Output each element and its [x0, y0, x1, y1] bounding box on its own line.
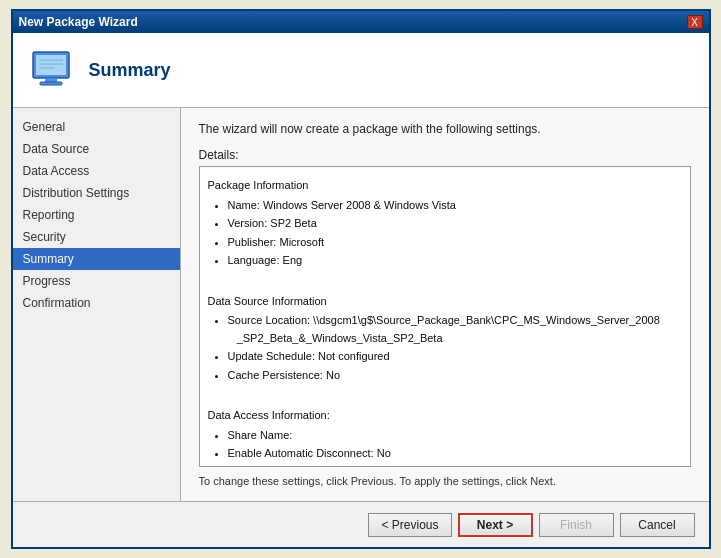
list-item: Enable Automatic Disconnect: No: [228, 445, 682, 463]
sidebar-item-summary[interactable]: Summary: [13, 248, 180, 270]
finish-button[interactable]: Finish: [539, 513, 614, 537]
section-title-data-access: Data Access Information:: [208, 407, 682, 425]
section-title-package: Package Information: [208, 177, 682, 195]
section-data-access: Data Access Information: Share Name: Ena…: [208, 407, 682, 467]
list-item: Source Location: \\dsgcm1\g$\Source_Pack…: [228, 312, 682, 347]
details-label: Details:: [199, 148, 691, 162]
footer-text: To change these settings, click Previous…: [199, 475, 691, 487]
sidebar-item-distribution-settings[interactable]: Distribution Settings: [13, 182, 180, 204]
list-item: Cache Persistence: No: [228, 367, 682, 385]
sidebar: General Data Source Data Access Distribu…: [13, 108, 181, 501]
data-access-list: Share Name: Enable Automatic Disconnect:…: [228, 427, 682, 467]
list-item: Share Name:: [228, 427, 682, 445]
sidebar-item-progress[interactable]: Progress: [13, 270, 180, 292]
wizard-window: New Package Wizard X Summary General Dat…: [11, 9, 711, 549]
sidebar-item-data-access[interactable]: Data Access: [13, 160, 180, 182]
header-title: Summary: [89, 60, 171, 81]
sidebar-item-security[interactable]: Security: [13, 226, 180, 248]
intro-text: The wizard will now create a package wit…: [199, 122, 691, 136]
section-title-data-source: Data Source Information: [208, 293, 682, 311]
data-source-list: Source Location: \\dsgcm1\g$\Source_Pack…: [228, 312, 682, 384]
section-package-info: Package Information Name: Windows Server…: [208, 177, 682, 270]
wizard-body: General Data Source Data Access Distribu…: [13, 108, 709, 501]
cancel-button[interactable]: Cancel: [620, 513, 695, 537]
next-button[interactable]: Next >: [458, 513, 533, 537]
sidebar-item-data-source[interactable]: Data Source: [13, 138, 180, 160]
svg-rect-2: [45, 78, 57, 82]
sidebar-item-confirmation[interactable]: Confirmation: [13, 292, 180, 314]
sidebar-item-general[interactable]: General: [13, 116, 180, 138]
close-button[interactable]: X: [687, 15, 703, 29]
list-item: Update Schedule: Not configured: [228, 348, 682, 366]
window-title: New Package Wizard: [19, 15, 138, 29]
main-content: The wizard will now create a package wit…: [181, 108, 709, 501]
details-box[interactable]: Package Information Name: Windows Server…: [199, 166, 691, 467]
wizard-icon: [27, 46, 75, 94]
sidebar-item-reporting[interactable]: Reporting: [13, 204, 180, 226]
previous-button[interactable]: < Previous: [368, 513, 451, 537]
list-item: Language: Eng: [228, 252, 682, 270]
list-item: Publisher: Microsoft: [228, 234, 682, 252]
bottom-bar: < Previous Next > Finish Cancel: [13, 501, 709, 547]
title-bar: New Package Wizard X: [13, 11, 709, 33]
list-item: Name: Windows Server 2008 & Windows Vist…: [228, 197, 682, 215]
svg-rect-1: [36, 55, 66, 75]
list-item: Disconnect Retries: Not configured: [228, 464, 682, 467]
package-info-list: Name: Windows Server 2008 & Windows Vist…: [228, 197, 682, 270]
svg-rect-3: [40, 82, 62, 85]
list-item: Version: SP2 Beta: [228, 215, 682, 233]
wizard-header: Summary: [13, 33, 709, 108]
section-data-source: Data Source Information Source Location:…: [208, 293, 682, 385]
